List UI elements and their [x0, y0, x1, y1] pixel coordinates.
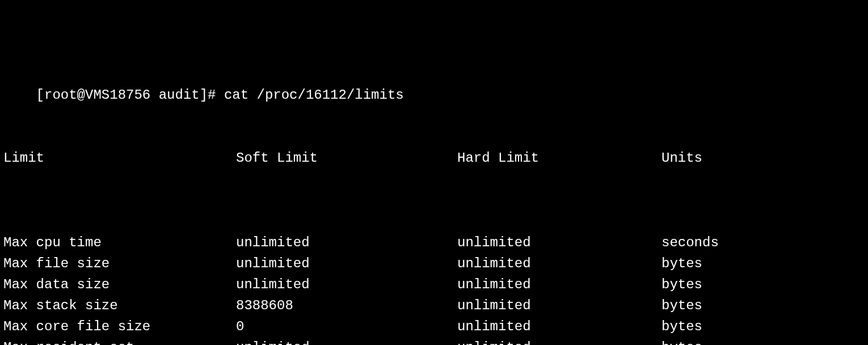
units: bytes [661, 253, 832, 274]
limits-row: Max resident setunlimitedunlimitedbytes [3, 337, 865, 345]
units: bytes [661, 337, 832, 345]
hard-limit: unlimited [457, 232, 661, 253]
soft-limit: unlimited [236, 337, 457, 345]
limits-row: Max stack size8388608unlimitedbytes [3, 295, 865, 316]
limit-name: Max resident set [3, 337, 236, 345]
prompt-user-host-dir: [root@VMS18756 audit]# [36, 87, 216, 103]
limit-name: Max data size [3, 274, 236, 295]
header-hard: Hard Limit [457, 148, 661, 169]
header-soft: Soft Limit [236, 148, 457, 169]
soft-limit: unlimited [236, 253, 457, 274]
limit-name: Max file size [3, 253, 236, 274]
limits-row: Max data sizeunlimitedunlimitedbytes [3, 274, 865, 295]
limits-header-row: LimitSoft LimitHard LimitUnits [3, 148, 865, 169]
header-limit: Limit [3, 148, 236, 169]
hard-limit: unlimited [457, 316, 661, 337]
soft-limit: unlimited [236, 274, 457, 295]
soft-limit: unlimited [236, 232, 457, 253]
hard-limit: unlimited [457, 337, 661, 345]
hard-limit: unlimited [457, 274, 661, 295]
terminal-output[interactable]: [root@VMS18756 audit]# cat /proc/16112/l… [0, 0, 868, 345]
limits-row: Max cpu timeunlimitedunlimitedseconds [3, 232, 865, 253]
soft-limit: 0 [236, 316, 457, 337]
header-units: Units [661, 148, 832, 169]
units: bytes [661, 295, 832, 316]
units: bytes [661, 316, 832, 337]
limit-name: Max stack size [3, 295, 236, 316]
limit-name: Max core file size [3, 316, 236, 337]
prompt-command: cat /proc/16112/limits [224, 87, 404, 103]
hard-limit: unlimited [457, 295, 661, 316]
hard-limit: unlimited [457, 253, 661, 274]
limits-row: Max core file size0unlimitedbytes [3, 316, 865, 337]
limit-name: Max cpu time [3, 232, 236, 253]
units: bytes [661, 274, 832, 295]
prompt-line: [root@VMS18756 audit]# cat /proc/16112/l… [3, 64, 865, 85]
limits-row: Max file sizeunlimitedunlimitedbytes [3, 253, 865, 274]
soft-limit: 8388608 [236, 295, 457, 316]
units: seconds [661, 232, 832, 253]
